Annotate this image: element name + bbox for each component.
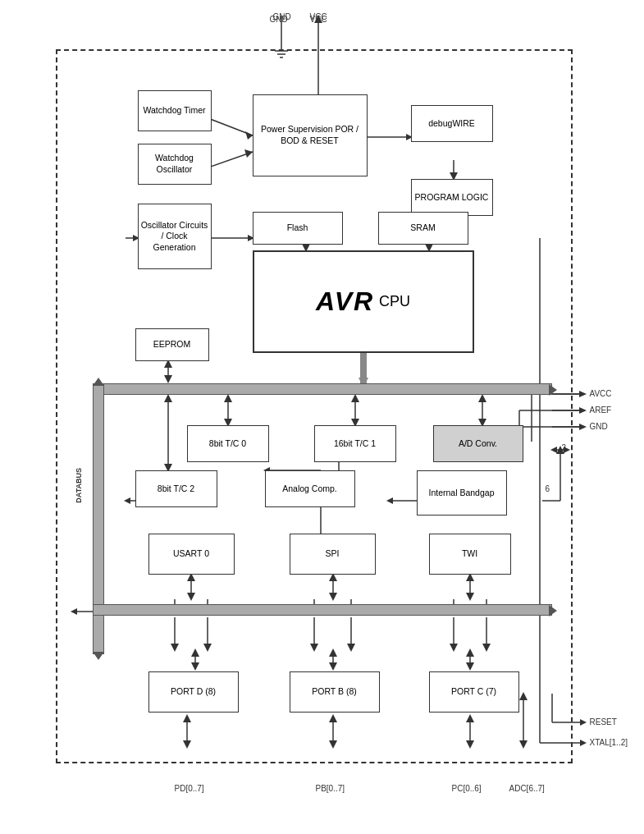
portd-block: PORT D (8) (148, 671, 239, 713)
databus-label: DATABUS (75, 468, 83, 503)
top-databus (93, 383, 552, 395)
portb-block: PORT B (8) (290, 671, 380, 713)
watchdog-osc-block: Watchdog Oscillator (138, 144, 212, 185)
internal-bandgap-block: Internal Bandgap (417, 470, 507, 516)
eeprom-block: EEPROM (135, 328, 209, 361)
tc0-block: 8bit T/C 0 (187, 425, 269, 462)
cpu-text: CPU (379, 293, 410, 310)
num6-label: 6 (546, 484, 550, 493)
gnd-label-top: GND (273, 12, 291, 21)
aref-label: AREF (590, 406, 612, 415)
avcc-label: AVCC (590, 389, 612, 398)
svg-marker-39 (579, 424, 587, 430)
program-logic-block: PROGRAM LOGIC (411, 179, 493, 216)
num2-label: 2 (562, 443, 567, 452)
diagram: GND VCC GND VCC Watchdog Timer Watchdog … (11, 8, 634, 821)
sram-block: SRAM (378, 212, 468, 245)
avr-text: AVR (316, 286, 374, 317)
power-supervision-block: Power Supervision POR / BOD & RESET (253, 94, 368, 176)
page: GND VCC GND VCC Watchdog Timer Watchdog … (0, 0, 644, 834)
ad-conv-block: A/D Conv. (433, 425, 523, 462)
tc1-block: 16bit T/C 1 (314, 425, 396, 462)
left-databus-arrow-up (93, 378, 104, 386)
spi-block: SPI (290, 534, 376, 575)
svg-marker-96 (580, 740, 587, 746)
reset-label: RESET (590, 717, 617, 726)
twi-block: TWI (429, 534, 511, 575)
portc-block: PORT C (7) (429, 671, 519, 713)
flash-block: Flash (253, 212, 343, 245)
vcc-label-top: VCC (310, 12, 327, 21)
bottom-databus-arrow (549, 605, 557, 616)
gnd-right-label: GND (590, 422, 608, 431)
avr-cpu-block: AVR CPU (253, 250, 474, 353)
pd-label: PD[0..7] (175, 784, 204, 793)
svg-marker-36 (579, 407, 587, 414)
osc-circuits-block: Oscillator Circuits / Clock Generation (138, 204, 212, 269)
bottom-databus (93, 604, 552, 616)
watchdog-timer-block: Watchdog Timer (138, 90, 212, 131)
usart0-block: USART 0 (148, 534, 235, 575)
adc-label: ADC[6..7] (509, 784, 545, 793)
top-databus-arrow (549, 384, 557, 396)
analog-comp-block: Analog Comp. (265, 470, 355, 507)
pc-label: PC[0..6] (452, 784, 482, 793)
svg-marker-93 (580, 719, 587, 726)
left-databus-arrow-down (93, 652, 104, 660)
xtal-label: XTAL[1..2] (590, 738, 628, 747)
svg-marker-33 (579, 391, 587, 397)
pb-label: PB[0..7] (316, 784, 345, 793)
debugwire-block: debugWIRE (411, 105, 493, 142)
tc2-block: 8bit T/C 2 (135, 470, 217, 507)
